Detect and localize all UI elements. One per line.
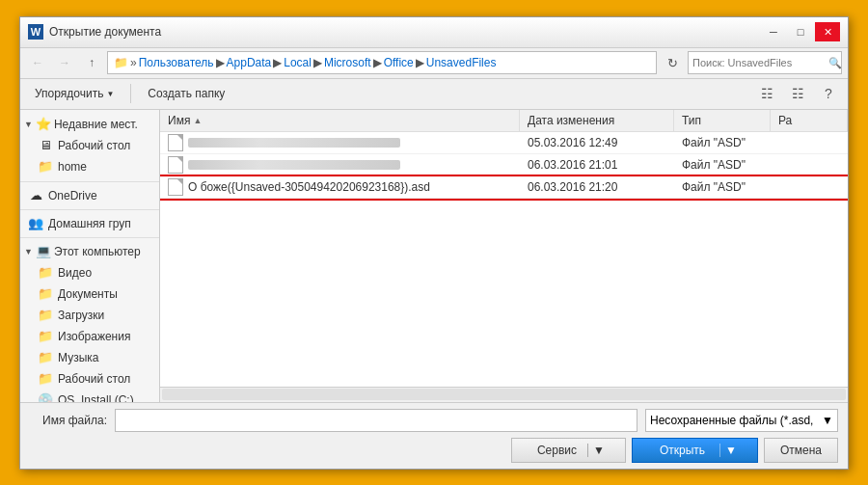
desktop2-label: Рабочий стол [58, 372, 130, 386]
os-install-label: OS_Install (C:) [58, 393, 134, 402]
file-date-cell: 05.03.2016 12:49 [520, 134, 674, 151]
sidebar-homegroup[interactable]: 👥 Домашняя груп [20, 213, 159, 234]
file-list-header: Имя ▲ Дата изменения Тип Ра [160, 110, 848, 132]
images-icon: 📁 [38, 329, 53, 344]
home-label: home [58, 160, 87, 174]
search-icon: 🔍 [828, 57, 842, 69]
organize-label: Упорядочить [35, 87, 103, 100]
organize-arrow-icon: ▼ [106, 90, 114, 98]
cancel-button[interactable]: Отмена [764, 438, 838, 463]
open-button[interactable]: Открыть ▼ [632, 438, 758, 463]
close-button[interactable]: ✕ [815, 22, 840, 41]
maximize-button[interactable]: □ [788, 22, 813, 41]
filename-row: Имя файла: Несохраненные файлы (*.asd, ▼ [30, 409, 838, 432]
filetype-arrow-icon: ▼ [822, 414, 833, 427]
sidebar: ▼ ⭐ Недавние мест. 🖥 Рабочий стол 📁 home… [20, 110, 160, 402]
search-input[interactable] [692, 57, 826, 68]
file-row[interactable]: 06.03.2016 21:01 Файл "ASD" [160, 154, 848, 176]
desktop-icon: 🖥 [38, 138, 53, 153]
sidebar-music[interactable]: 📁 Музыка [20, 347, 159, 368]
desktop-label: Рабочий стол [58, 139, 130, 152]
forward-button[interactable]: → [53, 51, 76, 74]
action-row: Сервис ▼ Открыть ▼ Отмена [30, 438, 838, 463]
file-size-cell [771, 141, 848, 145]
path-local: Local [284, 56, 312, 69]
sort-arrow-icon: ▲ [193, 116, 202, 125]
file-name-cell [160, 132, 520, 153]
file-type-cell: Файл "ASD" [674, 178, 771, 196]
col-size-header[interactable]: Ра [771, 110, 848, 131]
music-label: Музыка [58, 351, 98, 364]
path-user: Пользователь [139, 56, 214, 69]
recent-icon: ⭐ [36, 117, 51, 132]
blurred-filename [188, 138, 400, 148]
refresh-button[interactable]: ↻ [661, 51, 684, 74]
file-type-cell: Файл "ASD" [674, 134, 771, 151]
file-size-cell [771, 163, 848, 167]
documents-label: Документы [58, 287, 118, 301]
documents-icon: 📁 [38, 286, 53, 302]
view-details-button[interactable]: ☷ [784, 82, 811, 105]
col-name-header[interactable]: Имя ▲ [160, 110, 520, 131]
downloads-label: Загрузки [58, 309, 104, 322]
content-area: ▼ ⭐ Недавние мест. 🖥 Рабочий стол 📁 home… [20, 110, 848, 402]
dialog-window: W Открытие документа ─ □ ✕ ← → ↑ 📁 » Пол… [19, 16, 849, 470]
file-row[interactable]: 05.03.2016 12:49 Файл "ASD" [160, 132, 848, 154]
title-bar: W Открытие документа ─ □ ✕ [20, 17, 848, 48]
images-label: Изображения [58, 330, 130, 343]
title-bar-left: W Открытие документа [28, 24, 161, 40]
sidebar-downloads[interactable]: 📁 Загрузки [20, 305, 159, 326]
file-type-cell: Файл "ASD" [674, 156, 771, 174]
address-path[interactable]: 📁 » Пользователь ▶ AppData ▶ Local ▶ Mic… [107, 51, 657, 74]
sidebar-video[interactable]: 📁 Видео [20, 262, 159, 283]
file-row-highlighted[interactable]: О боже({Unsaved-305049420206923168}).asd… [160, 176, 848, 199]
expand-icon: ▼ [24, 120, 33, 129]
sidebar-desktop2[interactable]: 📁 Рабочий стол [20, 368, 159, 390]
horizontal-scrollbar[interactable] [160, 387, 848, 402]
sidebar-onedrive[interactable]: ☁ OneDrive [20, 185, 159, 206]
sidebar-thispc-header[interactable]: ▼ 💻 Этот компьютер [20, 241, 159, 262]
back-button[interactable]: ← [26, 51, 49, 74]
toolbar-separator [130, 84, 131, 103]
sidebar-documents[interactable]: 📁 Документы [20, 283, 159, 305]
toolbar-right: ☷ ☷ ? [753, 82, 842, 105]
col-date-header[interactable]: Дата изменения [520, 110, 674, 131]
new-folder-label: Создать папку [148, 87, 225, 100]
service-arrow-icon: ▼ [587, 444, 610, 457]
service-button[interactable]: Сервис ▼ [511, 438, 626, 463]
onedrive-label: OneDrive [48, 189, 97, 202]
col-name-label: Имя [168, 114, 190, 127]
file-date-cell: 06.03.2016 21:01 [520, 156, 674, 174]
up-button[interactable]: ↑ [80, 51, 103, 74]
sidebar-desktop[interactable]: 🖥 Рабочий стол [20, 135, 159, 156]
minimize-button[interactable]: ─ [761, 22, 786, 41]
music-icon: 📁 [38, 350, 53, 365]
file-icon [168, 156, 183, 174]
filename-label: Имя файла: [30, 414, 107, 427]
sidebar-home[interactable]: 📁 home [20, 156, 159, 177]
sidebar-os-install[interactable]: 💿 OS_Install (C:) [20, 390, 159, 402]
thispc-icon: 💻 [36, 244, 51, 259]
search-box[interactable]: 🔍 [688, 51, 842, 74]
help-button[interactable]: ? [815, 82, 842, 105]
view-list-button[interactable]: ☷ [753, 82, 780, 105]
filename-input[interactable] [115, 409, 637, 432]
new-folder-button[interactable]: Создать папку [139, 82, 233, 105]
filetype-label: Несохраненные файлы (*.asd, [650, 414, 813, 427]
organize-button[interactable]: Упорядочить ▼ [26, 82, 122, 105]
sidebar-recent-header[interactable]: ▼ ⭐ Недавние мест. [20, 114, 159, 135]
filetype-select[interactable]: Несохраненные файлы (*.asd, ▼ [645, 409, 838, 432]
path-appdata: AppData [227, 56, 272, 69]
col-type-header[interactable]: Тип [674, 110, 771, 131]
file-name-cell: О боже({Unsaved-305049420206923168}).asd [160, 176, 520, 198]
file-icon [168, 134, 183, 151]
bottom-bar: Имя файла: Несохраненные файлы (*.asd, ▼… [20, 402, 848, 469]
file-size-cell [771, 185, 848, 189]
address-bar: ← → ↑ 📁 » Пользователь ▶ AppData ▶ Local… [20, 48, 848, 79]
sidebar-images[interactable]: 📁 Изображения [20, 326, 159, 347]
service-label: Сервис [528, 444, 586, 457]
sidebar-recent-group: ▼ ⭐ Недавние мест. 🖥 Рабочий стол 📁 home [20, 114, 159, 177]
home-icon: 📁 [38, 159, 53, 175]
video-icon: 📁 [38, 265, 53, 281]
open-arrow-icon: ▼ [719, 444, 742, 457]
